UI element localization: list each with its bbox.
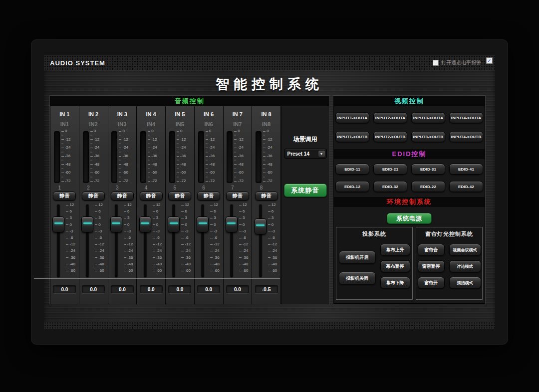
channel-strip: IN 8 IN8 0-12-24-36-48-60-72 8 静音 12630-… (252, 106, 281, 304)
scale-tick-labeled: -36 (234, 154, 244, 158)
edid-12-button[interactable]: EDID-12 (335, 181, 369, 192)
projector-2-button[interactable]: 投影机关闭 (339, 272, 376, 285)
fader-handle[interactable] (139, 216, 151, 232)
scale-tick (206, 152, 208, 152)
mute-button[interactable]: 静音 (82, 192, 105, 200)
level-meter: 0-12-24-36-48-60-72 (111, 130, 134, 184)
channel-name: IN 6 (204, 111, 214, 117)
level-meter-bar (140, 131, 146, 183)
mute-button[interactable]: 静音 (53, 192, 76, 200)
mute-button[interactable]: 静音 (111, 192, 134, 200)
input4-outb-button[interactable]: INPUT4->OUTB (449, 131, 483, 142)
fader-track[interactable] (144, 204, 146, 277)
light-mode-1-button[interactable]: 视频会议模式 (449, 244, 481, 256)
channel-value-readout: 0.0 (140, 285, 163, 293)
fader-track[interactable] (57, 204, 60, 277)
fader-track[interactable] (115, 204, 117, 277)
edid-row-1: EDID-11EDID-21EDID-31EDID-41 (334, 164, 485, 175)
fader-scale: 12630-3-6-12-24-36-48-60 (268, 203, 280, 279)
curtain-1-button[interactable]: 窗帘合 (418, 244, 445, 256)
scale-tick-labeled: -6 (181, 236, 188, 240)
scale-tick-labeled: 0 (263, 129, 269, 133)
environment-section-title: 环境控制系统 (387, 197, 432, 206)
scale-tick (90, 160, 92, 161)
channel-number: 1 (53, 185, 76, 191)
projector-1-button[interactable]: 投影机开启 (339, 251, 376, 264)
scale-tick (90, 152, 92, 152)
input4-outa-button[interactable]: INPUT4->OUTA (449, 112, 483, 123)
fader-track[interactable] (259, 204, 262, 277)
edid-21-button[interactable]: EDID-21 (373, 164, 407, 175)
scale-tick-labeled: -48 (66, 262, 75, 266)
mute-button[interactable]: 静音 (168, 192, 191, 200)
scale-tick-labeled: -6 (124, 236, 131, 240)
scale-tick-labeled: 12 (66, 203, 74, 207)
curtain-3-button[interactable]: 窗帘开 (418, 277, 445, 289)
alarm-checkbox[interactable] (433, 60, 439, 66)
screen-2-button[interactable]: 幕布暂停 (380, 260, 410, 272)
fader-handle[interactable] (52, 216, 64, 232)
channel-name: IN 7 (233, 111, 243, 117)
edid-31-button[interactable]: EDID-31 (411, 164, 445, 175)
screen-1-button[interactable]: 幕布上升 (380, 244, 410, 256)
system-mute-button[interactable]: 系统静音 (284, 184, 327, 197)
fader-track[interactable] (202, 204, 204, 277)
scale-tick (148, 135, 150, 136)
fader-track[interactable] (173, 204, 175, 277)
system-power-button[interactable]: 系统电源 (387, 213, 432, 224)
scale-tick-labeled: -60 (239, 269, 249, 273)
level-meter-scale: 0-12-24-36-48-60-72 (90, 130, 104, 184)
scale-tick-labeled: -36 (61, 154, 71, 158)
channel-fader: 12630-3-6-12-24-36-48-60 (138, 203, 165, 279)
light-mode-2-button[interactable]: 讨论模式 (449, 260, 481, 272)
edid-22-button[interactable]: EDID-22 (411, 181, 445, 192)
fader-handle[interactable] (110, 216, 122, 232)
channel-value-readout: 0.0 (111, 285, 134, 293)
corner-checkbox[interactable]: ✓ (486, 57, 493, 64)
mute-button[interactable]: 静音 (197, 192, 220, 200)
input1-outa-button[interactable]: INPUT1->OUTA (335, 112, 369, 123)
input2-outa-button[interactable]: INPUT2->OUTA (373, 112, 407, 123)
curtain-2-button[interactable]: 窗帘暂停 (418, 260, 445, 272)
fader-scale-bottom-line (236, 278, 280, 279)
chevron-down-icon[interactable]: ▼ (318, 150, 325, 158)
input3-outb-button[interactable]: INPUT3->OUTB (411, 131, 445, 142)
level-meter: 0-12-24-36-48-60-72 (53, 130, 76, 184)
screen-3-button[interactable]: 幕布下降 (380, 277, 410, 289)
scale-tick (206, 160, 208, 161)
scale-tick-labeled: 6 (239, 209, 245, 213)
input2-outb-button[interactable]: INPUT2->OUTB (373, 131, 407, 142)
input3-outa-button[interactable]: INPUT3->OUTA (411, 112, 445, 123)
input1-outb-button[interactable]: INPUT1->OUTB (335, 131, 369, 142)
mute-button[interactable]: 静音 (140, 192, 163, 200)
alarm-checkbox-group[interactable]: 打开通道电平报警 (433, 59, 481, 66)
scale-tick-labeled: 6 (95, 209, 100, 213)
fader-handle[interactable] (197, 216, 209, 232)
fader-handle[interactable] (81, 216, 93, 232)
scale-tick-labeled: -6 (153, 236, 160, 240)
fader-handle[interactable] (168, 216, 180, 232)
fader-handle-line (83, 222, 92, 224)
scale-tick-labeled: 12 (95, 203, 103, 207)
fader-handle[interactable] (255, 218, 267, 234)
edid-32-button[interactable]: EDID-32 (373, 181, 407, 192)
projection-box-title: 投影系统 (336, 230, 412, 238)
scale-tick-labeled: -3 (268, 229, 275, 233)
scale-tick (234, 177, 236, 177)
edid-11-button[interactable]: EDID-11 (335, 164, 369, 175)
preset-dropdown[interactable]: Preset 14 ▼ (284, 149, 327, 159)
edid-42-button[interactable]: EDID-42 (449, 181, 483, 192)
mute-button[interactable]: 静音 (226, 192, 249, 200)
scale-tick-labeled: -24 (268, 249, 277, 253)
fader-track[interactable] (86, 204, 89, 277)
light-mode-3-button[interactable]: 清洁模式 (449, 277, 481, 289)
scale-tick-labeled: -24 (90, 146, 100, 150)
audio-body: IN 1 IN1 0-12-24-36-48-60-72 1 静音 12630-… (50, 106, 329, 304)
scale-tick-labeled: 6 (210, 209, 216, 213)
fader-handle[interactable] (226, 216, 238, 232)
scale-tick-labeled: 6 (66, 209, 71, 213)
fader-track[interactable] (230, 204, 233, 277)
scale-tick (61, 152, 63, 152)
mute-button[interactable]: 静音 (255, 192, 278, 200)
edid-41-button[interactable]: EDID-41 (449, 164, 483, 175)
